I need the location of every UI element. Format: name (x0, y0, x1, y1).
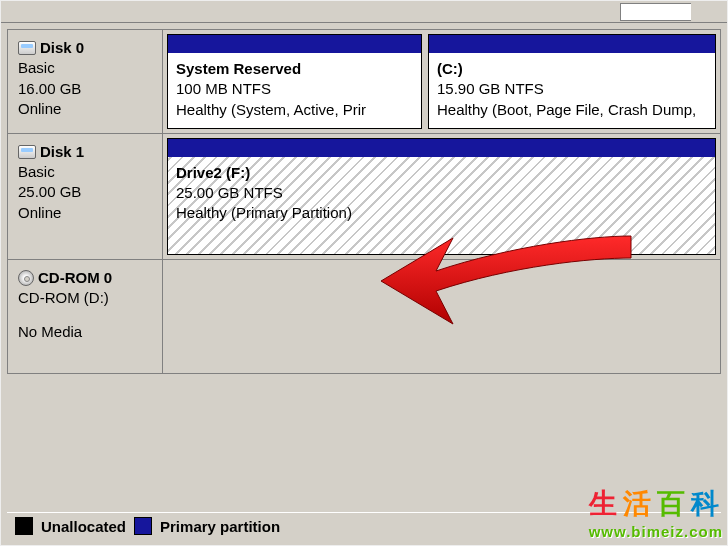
disk-management-window: Disk 0 Basic 16.00 GB Online System Rese… (0, 0, 728, 546)
volume-health: Healthy (System, Active, Prir (176, 100, 413, 120)
drive-icon (18, 41, 36, 55)
volume-health: Healthy (Primary Partition) (176, 203, 707, 223)
disk-type: CD-ROM (D:) (18, 288, 154, 308)
partition-stripe (168, 139, 715, 157)
volume-area-0: System Reserved 100 MB NTFS Healthy (Sys… (163, 30, 720, 133)
volume-system-reserved[interactable]: System Reserved 100 MB NTFS Healthy (Sys… (167, 34, 422, 129)
disk-header-0[interactable]: Disk 0 Basic 16.00 GB Online (8, 30, 163, 133)
disk-row-0: Disk 0 Basic 16.00 GB Online System Rese… (7, 29, 721, 133)
volume-c[interactable]: (C:) 15.90 GB NTFS Healthy (Boot, Page F… (428, 34, 716, 129)
disk-capacity: 16.00 GB (18, 79, 154, 99)
disk-layout-panel: Disk 0 Basic 16.00 GB Online System Rese… (7, 29, 721, 374)
disk-header-1[interactable]: Disk 1 Basic 25.00 GB Online (8, 134, 163, 259)
disk-name: CD-ROM 0 (38, 268, 112, 288)
legend-label-primary: Primary partition (160, 518, 280, 535)
toolbar-area (1, 1, 727, 23)
disk-header-cdrom[interactable]: CD-ROM 0 CD-ROM (D:) No Media (8, 260, 163, 373)
volume-health: Healthy (Boot, Page File, Crash Dump, (437, 100, 707, 120)
no-media-area (163, 260, 720, 373)
legend: Unallocated Primary partition (7, 512, 721, 541)
volume-area-1: Drive2 (F:) 25.00 GB NTFS Healthy (Prima… (163, 134, 720, 259)
disk-type: Basic (18, 162, 154, 182)
disk-status: Online (18, 203, 154, 223)
legend-label-unallocated: Unallocated (41, 518, 126, 535)
legend-swatch-unallocated (15, 517, 33, 535)
volume-f[interactable]: Drive2 (F:) 25.00 GB NTFS Healthy (Prima… (167, 138, 716, 255)
volume-size: 25.00 GB NTFS (176, 183, 707, 203)
volume-size: 100 MB NTFS (176, 79, 413, 99)
drive-icon (18, 145, 36, 159)
disk-row-1: Disk 1 Basic 25.00 GB Online Drive2 (F:)… (7, 133, 721, 259)
volume-size: 15.90 GB NTFS (437, 79, 707, 99)
partition-stripe (168, 35, 421, 53)
volume-name: (C:) (437, 59, 707, 79)
disk-status: Online (18, 99, 154, 119)
disk-name: Disk 0 (40, 38, 84, 58)
partition-stripe (429, 35, 715, 53)
disk-name: Disk 1 (40, 142, 84, 162)
volume-name: Drive2 (F:) (176, 163, 707, 183)
disk-row-cdrom: CD-ROM 0 CD-ROM (D:) No Media (7, 259, 721, 374)
disk-status: No Media (18, 322, 154, 342)
volume-name: System Reserved (176, 59, 413, 79)
disk-type: Basic (18, 58, 154, 78)
disk-capacity: 25.00 GB (18, 182, 154, 202)
legend-swatch-primary (134, 517, 152, 535)
cdrom-icon (18, 270, 34, 286)
